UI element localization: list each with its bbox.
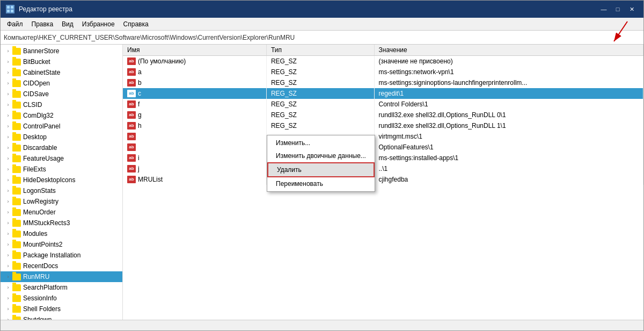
table-row[interactable]: abjREG_SZ..\1 [123,163,643,174]
table-row[interactable]: abcREG_SZregedit\1 [123,88,643,99]
reg-type-icon: ab [127,176,136,183]
expander-icon: › [5,80,11,87]
sidebar-item-runmru[interactable]: ›RunMRU [1,271,122,282]
sidebar-item-modules[interactable]: ›Modules [1,228,122,239]
reg-type-icon: ab [127,165,136,172]
reg-type-cell: REG_SZ [266,110,374,120]
sidebar-item-shutdown[interactable]: ›Shutdown [1,314,122,320]
svg-rect-2 [7,10,10,12]
reg-value-cell: ..\1 [374,163,643,174]
table-row[interactable]: ab(По умолчанию)REG_SZ(значение не присв… [123,56,643,67]
table-row[interactable]: abbREG_SZms-settings:signinoptions-launc… [123,77,643,88]
sidebar-item-desktop[interactable]: ›Desktop [1,132,122,142]
table-row[interactable]: abhREG_SZrundll32.exe shell32.dll,Option… [123,120,643,131]
tree-item-label: Desktop [23,133,47,141]
table-row[interactable]: abOptionalFeatures\1 [123,142,643,153]
sidebar-item-recentdocs[interactable]: ›RecentDocs [1,261,122,271]
svg-rect-3 [11,10,13,12]
close-button[interactable]: ✕ [625,4,638,15]
context-menu-item-delete[interactable]: Удалить [267,162,375,177]
tree-item-label: Package Installation [23,251,80,259]
reg-type-icon: ab [127,111,136,119]
sidebar-item-logonstats[interactable]: ›LogonStats [1,185,122,196]
folder-icon [12,134,21,141]
col-type[interactable]: Тип [266,45,374,56]
table-row[interactable]: abvirtmgmt.msc\1 [123,131,643,142]
menu-item-вид[interactable]: Вид [57,19,78,29]
col-name[interactable]: Имя [123,45,266,56]
tree-item-label: HideDesktopIcons [23,176,75,184]
title-bar-left: Редактор реестра [6,5,72,13]
reg-type-icon: ab [127,68,136,76]
context-menu-item-edit[interactable]: Изменить... [267,136,375,149]
window-controls: — □ ✕ [597,4,638,15]
reg-value-cell: (значение не присвоено) [374,56,643,67]
reg-name-cell: ab(По умолчанию) [123,56,266,67]
folder-icon [12,69,21,76]
table-row[interactable]: abfREG_SZControl Folders\1 [123,99,643,110]
reg-value-cell: ms-settings:network-vpn\1 [374,67,643,77]
expander-icon: › [5,112,11,119]
tree-item-label: Modules [23,230,47,238]
sidebar-item-cabinetstate[interactable]: ›CabinetState [1,67,122,78]
sidebar-item-hidedesktopicons[interactable]: ›HideDesktopIcons [1,175,122,185]
window-title: Редактор реестра [19,5,72,13]
folder-icon [12,220,21,227]
sidebar-item-fileexts[interactable]: ›FileExts [1,164,122,175]
sidebar-item-featureusage[interactable]: ›FeatureUsage [1,153,122,164]
reg-name-cell: abh [123,120,266,131]
reg-name-label: (По умолчанию) [138,57,186,65]
expander-icon: › [5,166,11,172]
maximize-button[interactable]: □ [611,4,624,15]
sidebar-tree[interactable]: ›BannerStore›BitBucket›CabinetState›CIDO… [1,45,123,320]
sidebar-item-shellfolders[interactable]: ›Shell Folders [1,304,122,314]
sidebar-item-lowregistry[interactable]: ›LowRegistry [1,196,122,207]
context-menu-item-rename[interactable]: Переименовать [267,177,375,190]
reg-name-label: i [138,154,140,162]
folder-icon [12,80,21,87]
table-row[interactable]: abgREG_SZrundll32.exe shell32.dll,Option… [123,110,643,120]
table-row[interactable]: abaREG_SZms-settings:network-vpn\1 [123,67,643,77]
reg-name-label: b [138,79,142,87]
address-bar: Компьютер\HKEY_CURRENT_USER\Software\Mic… [1,31,643,45]
reg-name-label: MRUList [138,176,163,183]
sidebar-item-sessioninfo[interactable]: ›SessionInfo [1,293,122,304]
reg-name-cell: abg [123,110,266,120]
svg-rect-1 [11,6,13,9]
sidebar-item-controlpanel[interactable]: ›ControlPanel [1,121,122,132]
table-row[interactable]: abiREG_SZms-settings:installed-apps\1 [123,153,643,163]
menu-item-избранное[interactable]: Избранное [78,19,119,29]
context-menu-item-edit-binary[interactable]: Изменить двоичные данные... [267,149,375,162]
folder-icon [12,177,21,184]
folder-icon [12,123,21,130]
sidebar-item-comdlg32[interactable]: ›ComDlg32 [1,110,122,121]
sidebar-item-bannerstore[interactable]: ›BannerStore [1,46,122,56]
sidebar-item-bitbucket[interactable]: ›BitBucket [1,56,122,67]
main-content: ›BannerStore›BitBucket›CabinetState›CIDO… [1,45,643,320]
sidebar-item-menuorder[interactable]: ›MenuOrder [1,207,122,218]
minimize-button[interactable]: — [597,4,610,15]
menu-item-правка[interactable]: Правка [27,19,58,29]
col-value[interactable]: Значение [374,45,643,56]
expander-icon: › [5,263,11,269]
menu-item-файл[interactable]: Файл [3,19,27,29]
registry-table: Имя Тип Значение ab(По умолчанию)REG_SZ(… [123,45,643,185]
reg-name-label: g [138,111,142,119]
sidebar-item-cidsave[interactable]: ›CIDSave [1,89,122,99]
menu-item-справка[interactable]: Справка [119,19,153,29]
table-row[interactable]: abMRUListREG_SZcjihgfedba [123,174,643,185]
sidebar-item-mmstuckrects3[interactable]: ›MMStuckRects3 [1,218,122,228]
sidebar-item-mountpoints2[interactable]: ›MountPoints2 [1,239,122,250]
reg-value-cell: Control Folders\1 [374,99,643,110]
reg-type-icon: ab [127,79,136,87]
sidebar-item-discardable[interactable]: ›Discardable [1,142,122,153]
sidebar-item-clsid[interactable]: ›CLSID [1,99,122,110]
sidebar-item-cidopen[interactable]: ›CIDOpen [1,78,122,89]
tree-item-label: MMStuckRects3 [23,219,70,227]
tree-item-label: Shell Folders [23,305,61,313]
sidebar-item-packageinstallation[interactable]: ›Package Installation [1,250,122,261]
app-icon [6,5,14,13]
sidebar-item-searchplatform[interactable]: ›SearchPlatform [1,282,122,293]
reg-name-cell: abj [123,163,266,174]
menu-bar: ФайлПравкаВидИзбранноеСправка [1,18,643,31]
